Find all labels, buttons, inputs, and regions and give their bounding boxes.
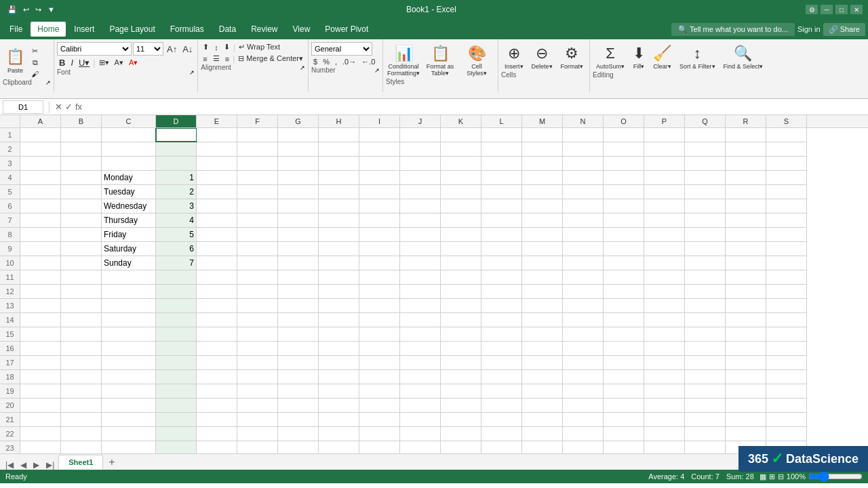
cell-E11[interactable] [197, 270, 237, 284]
cell-A8[interactable] [20, 228, 61, 241]
cell-L6[interactable] [481, 199, 522, 213]
cell-K15[interactable] [441, 327, 481, 341]
cell-H21[interactable] [319, 413, 359, 426]
menu-formulas[interactable]: Formulas [163, 22, 211, 37]
cell-M6[interactable] [522, 199, 563, 213]
cell-C16[interactable] [102, 342, 156, 355]
cell-C5[interactable]: Tuesday [102, 185, 156, 199]
comma-btn[interactable]: , [333, 57, 339, 66]
cell-H19[interactable] [319, 384, 359, 398]
cell-J13[interactable] [400, 299, 441, 312]
cell-Q15[interactable] [685, 327, 726, 341]
cancel-formula-btn[interactable]: ✕ [55, 102, 62, 112]
search-bar[interactable]: 🔍 Tell me what you want to do... [671, 23, 795, 36]
cell-M3[interactable] [522, 157, 563, 170]
cell-G5[interactable] [278, 185, 319, 199]
cell-S15[interactable] [766, 327, 807, 341]
cell-F17[interactable] [237, 356, 278, 369]
cell-J4[interactable] [400, 171, 441, 184]
row-num-12[interactable]: 12 [0, 285, 20, 298]
cell-M21[interactable] [522, 413, 563, 426]
col-header-J[interactable]: J [400, 115, 441, 127]
row-num-9[interactable]: 9 [0, 242, 20, 256]
cell-G2[interactable] [278, 142, 319, 156]
cell-E22[interactable] [197, 427, 237, 441]
col-header-F[interactable]: F [237, 115, 278, 127]
cell-K18[interactable] [441, 370, 481, 384]
format-painter-button[interactable]: 🖌 [29, 69, 41, 79]
cell-A3[interactable] [20, 157, 61, 170]
cell-R9[interactable] [726, 242, 766, 256]
cell-Q17[interactable] [685, 356, 726, 369]
cell-C20[interactable] [102, 399, 156, 412]
cell-E16[interactable] [197, 342, 237, 355]
cell-J6[interactable] [400, 199, 441, 213]
cell-S13[interactable] [766, 299, 807, 312]
cell-C10[interactable]: Sunday [102, 256, 156, 270]
cell-K12[interactable] [441, 285, 481, 298]
percent-btn[interactable]: % [321, 57, 332, 66]
cell-E17[interactable] [197, 356, 237, 369]
cell-K2[interactable] [441, 142, 481, 156]
cell-O12[interactable] [604, 285, 644, 298]
align-right-btn[interactable]: ≡ [223, 54, 231, 64]
sheet-nav-next[interactable]: ▶ [31, 460, 42, 470]
cell-F8[interactable] [237, 228, 278, 241]
cell-J10[interactable] [400, 256, 441, 270]
cell-D10[interactable]: 7 [156, 256, 197, 270]
maximize-btn[interactable]: □ [835, 5, 848, 14]
cell-F6[interactable] [237, 199, 278, 213]
cell-J8[interactable] [400, 228, 441, 241]
cell-B10[interactable] [61, 256, 102, 270]
cell-N3[interactable] [563, 157, 604, 170]
cell-S16[interactable] [766, 342, 807, 355]
cell-I12[interactable] [359, 285, 400, 298]
cell-L3[interactable] [481, 157, 522, 170]
cell-N17[interactable] [563, 356, 604, 369]
cell-K1[interactable] [441, 128, 481, 142]
cell-E14[interactable] [197, 313, 237, 327]
cell-D11[interactable] [156, 270, 197, 284]
cell-K14[interactable] [441, 313, 481, 327]
cell-G10[interactable] [278, 256, 319, 270]
bold-btn[interactable]: B [57, 57, 67, 68]
cell-S22[interactable] [766, 427, 807, 441]
cell-Q20[interactable] [685, 399, 726, 412]
wrap-text-btn[interactable]: ↵ Wrap Text [237, 42, 282, 52]
col-header-I[interactable]: I [359, 115, 400, 127]
cell-S10[interactable] [766, 256, 807, 270]
cell-D22[interactable] [156, 427, 197, 441]
cell-C12[interactable] [102, 285, 156, 298]
cell-P21[interactable] [644, 413, 685, 426]
col-header-S[interactable]: S [766, 115, 807, 127]
cell-J19[interactable] [400, 384, 441, 398]
cell-C6[interactable]: Wednesday [102, 199, 156, 213]
close-btn[interactable]: ✕ [850, 5, 863, 14]
cell-A22[interactable] [20, 427, 61, 441]
cell-P10[interactable] [644, 256, 685, 270]
cell-F12[interactable] [237, 285, 278, 298]
col-header-G[interactable]: G [278, 115, 319, 127]
accounting-btn[interactable]: $ [311, 57, 319, 66]
underline-btn[interactable]: U▾ [77, 57, 92, 68]
cell-P20[interactable] [644, 399, 685, 412]
cell-M15[interactable] [522, 327, 563, 341]
row-num-23[interactable]: 23 [0, 441, 20, 453]
cell-E7[interactable] [197, 214, 237, 227]
cell-M5[interactable] [522, 185, 563, 199]
row-num-7[interactable]: 7 [0, 214, 20, 227]
cell-A4[interactable] [20, 171, 61, 184]
cell-G8[interactable] [278, 228, 319, 241]
sort-filter-btn[interactable]: ↕ Sort & Filter▾ [676, 43, 719, 71]
cell-O17[interactable] [604, 356, 644, 369]
confirm-formula-btn[interactable]: ✓ [65, 102, 73, 112]
align-left-btn[interactable]: ≡ [201, 54, 209, 64]
cell-A1[interactable] [20, 128, 61, 142]
align-bottom-btn[interactable]: ⬇ [222, 42, 232, 52]
cell-C3[interactable] [102, 157, 156, 170]
copy-button[interactable]: ⧉ [29, 58, 41, 68]
cell-B21[interactable] [61, 413, 102, 426]
row-num-19[interactable]: 19 [0, 384, 20, 398]
cell-G23[interactable] [278, 441, 319, 453]
cell-Q8[interactable] [685, 228, 726, 241]
